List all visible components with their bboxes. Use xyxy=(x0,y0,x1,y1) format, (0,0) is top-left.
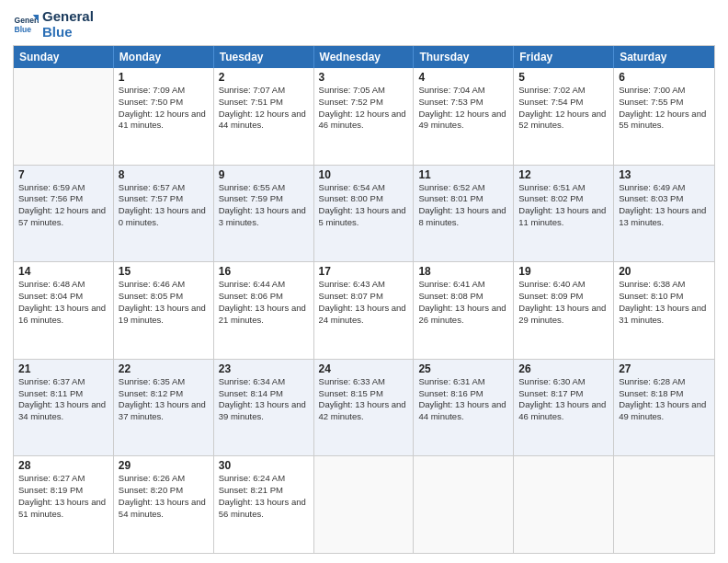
calendar-day-5: 5Sunrise: 7:02 AMSunset: 7:54 PMDaylight… xyxy=(514,68,614,165)
day-number: 22 xyxy=(119,362,209,375)
day-info: Sunrise: 7:05 AMSunset: 7:52 PMDaylight:… xyxy=(319,85,409,132)
calendar-day-15: 15Sunrise: 6:46 AMSunset: 8:05 PMDayligh… xyxy=(114,262,214,359)
day-info: Sunrise: 6:49 AMSunset: 8:03 PMDaylight:… xyxy=(619,182,710,229)
calendar-day-27: 27Sunrise: 6:28 AMSunset: 8:18 PMDayligh… xyxy=(614,360,714,456)
calendar-day-26: 26Sunrise: 6:30 AMSunset: 8:17 PMDayligh… xyxy=(514,360,614,456)
logo: General Blue General Blue xyxy=(13,9,94,40)
day-info: Sunrise: 6:34 AMSunset: 8:14 PMDaylight:… xyxy=(219,376,309,423)
day-number: 23 xyxy=(219,362,309,375)
day-info: Sunrise: 6:30 AMSunset: 8:17 PMDaylight:… xyxy=(518,376,609,423)
day-info: Sunrise: 6:44 AMSunset: 8:06 PMDaylight:… xyxy=(219,279,309,326)
day-number: 14 xyxy=(18,265,108,278)
calendar-week-1: 1Sunrise: 7:09 AMSunset: 7:50 PMDaylight… xyxy=(14,68,714,166)
day-info: Sunrise: 7:00 AMSunset: 7:55 PMDaylight:… xyxy=(619,85,710,132)
calendar-day-13: 13Sunrise: 6:49 AMSunset: 8:03 PMDayligh… xyxy=(614,166,714,262)
empty-cell xyxy=(614,456,714,553)
calendar: SundayMondayTuesdayWednesdayThursdayFrid… xyxy=(13,45,715,554)
calendar-day-7: 7Sunrise: 6:59 AMSunset: 7:56 PMDaylight… xyxy=(14,166,114,262)
svg-text:General: General xyxy=(15,16,39,25)
day-info: Sunrise: 6:38 AMSunset: 8:10 PMDaylight:… xyxy=(619,279,710,326)
day-number: 13 xyxy=(619,168,710,181)
day-number: 2 xyxy=(219,71,309,84)
day-number: 3 xyxy=(319,71,409,84)
day-number: 24 xyxy=(319,362,409,375)
day-info: Sunrise: 7:07 AMSunset: 7:51 PMDaylight:… xyxy=(219,85,309,132)
empty-cell xyxy=(414,456,514,553)
day-number: 10 xyxy=(319,168,409,181)
calendar-body: 1Sunrise: 7:09 AMSunset: 7:50 PMDaylight… xyxy=(14,68,714,553)
day-number: 6 xyxy=(619,71,710,84)
calendar-day-17: 17Sunrise: 6:43 AMSunset: 8:07 PMDayligh… xyxy=(314,262,415,359)
day-number: 21 xyxy=(18,362,108,375)
day-info: Sunrise: 7:09 AMSunset: 7:50 PMDaylight:… xyxy=(119,85,209,132)
calendar-day-9: 9Sunrise: 6:55 AMSunset: 7:59 PMDaylight… xyxy=(214,166,314,262)
day-number: 7 xyxy=(18,168,108,181)
calendar-day-1: 1Sunrise: 7:09 AMSunset: 7:50 PMDaylight… xyxy=(114,68,214,165)
calendar-day-6: 6Sunrise: 7:00 AMSunset: 7:55 PMDaylight… xyxy=(614,68,714,165)
day-number: 4 xyxy=(418,71,508,84)
day-info: Sunrise: 6:51 AMSunset: 8:02 PMDaylight:… xyxy=(518,182,609,229)
day-info: Sunrise: 6:26 AMSunset: 8:20 PMDaylight:… xyxy=(119,473,209,520)
calendar-day-29: 29Sunrise: 6:26 AMSunset: 8:20 PMDayligh… xyxy=(114,456,214,553)
day-header-wednesday: Wednesday xyxy=(314,46,415,68)
day-number: 19 xyxy=(518,265,609,278)
day-number: 12 xyxy=(518,168,609,181)
calendar-day-16: 16Sunrise: 6:44 AMSunset: 8:06 PMDayligh… xyxy=(214,262,314,359)
day-header-monday: Monday xyxy=(114,46,214,68)
calendar-day-24: 24Sunrise: 6:33 AMSunset: 8:15 PMDayligh… xyxy=(314,360,415,456)
day-info: Sunrise: 6:43 AMSunset: 8:07 PMDaylight:… xyxy=(319,279,409,326)
calendar-day-10: 10Sunrise: 6:54 AMSunset: 8:00 PMDayligh… xyxy=(314,166,415,262)
day-info: Sunrise: 6:37 AMSunset: 8:11 PMDaylight:… xyxy=(18,376,108,423)
day-number: 20 xyxy=(619,265,710,278)
day-info: Sunrise: 6:54 AMSunset: 8:00 PMDaylight:… xyxy=(319,182,409,229)
calendar-day-21: 21Sunrise: 6:37 AMSunset: 8:11 PMDayligh… xyxy=(14,360,114,456)
day-number: 1 xyxy=(119,71,209,84)
day-header-sunday: Sunday xyxy=(14,46,114,68)
logo-text: General Blue xyxy=(42,9,94,40)
calendar-day-19: 19Sunrise: 6:40 AMSunset: 8:09 PMDayligh… xyxy=(514,262,614,359)
day-info: Sunrise: 6:27 AMSunset: 8:19 PMDaylight:… xyxy=(18,473,108,520)
calendar-day-2: 2Sunrise: 7:07 AMSunset: 7:51 PMDaylight… xyxy=(214,68,314,165)
calendar-week-4: 21Sunrise: 6:37 AMSunset: 8:11 PMDayligh… xyxy=(14,360,714,457)
day-info: Sunrise: 7:04 AMSunset: 7:53 PMDaylight:… xyxy=(418,85,508,132)
calendar-week-5: 28Sunrise: 6:27 AMSunset: 8:19 PMDayligh… xyxy=(14,456,714,553)
day-info: Sunrise: 6:55 AMSunset: 7:59 PMDaylight:… xyxy=(219,182,309,229)
calendar-day-25: 25Sunrise: 6:31 AMSunset: 8:16 PMDayligh… xyxy=(414,360,514,456)
day-number: 9 xyxy=(219,168,309,181)
day-info: Sunrise: 6:52 AMSunset: 8:01 PMDaylight:… xyxy=(418,182,508,229)
day-number: 27 xyxy=(619,362,710,375)
day-info: Sunrise: 6:48 AMSunset: 8:04 PMDaylight:… xyxy=(18,279,108,326)
day-number: 28 xyxy=(18,459,108,472)
day-info: Sunrise: 6:57 AMSunset: 7:57 PMDaylight:… xyxy=(119,182,209,229)
calendar-day-28: 28Sunrise: 6:27 AMSunset: 8:19 PMDayligh… xyxy=(14,456,114,553)
calendar-header: SundayMondayTuesdayWednesdayThursdayFrid… xyxy=(14,46,714,68)
day-number: 11 xyxy=(418,168,508,181)
calendar-day-14: 14Sunrise: 6:48 AMSunset: 8:04 PMDayligh… xyxy=(14,262,114,359)
day-info: Sunrise: 6:31 AMSunset: 8:16 PMDaylight:… xyxy=(418,376,508,423)
calendar-day-12: 12Sunrise: 6:51 AMSunset: 8:02 PMDayligh… xyxy=(514,166,614,262)
day-info: Sunrise: 6:28 AMSunset: 8:18 PMDaylight:… xyxy=(619,376,710,423)
empty-cell xyxy=(314,456,415,553)
calendar-day-22: 22Sunrise: 6:35 AMSunset: 8:12 PMDayligh… xyxy=(114,360,214,456)
day-info: Sunrise: 6:24 AMSunset: 8:21 PMDaylight:… xyxy=(219,473,309,520)
calendar-day-8: 8Sunrise: 6:57 AMSunset: 7:57 PMDaylight… xyxy=(114,166,214,262)
calendar-week-2: 7Sunrise: 6:59 AMSunset: 7:56 PMDaylight… xyxy=(14,166,714,263)
day-header-thursday: Thursday xyxy=(414,46,514,68)
day-number: 29 xyxy=(119,459,209,472)
day-info: Sunrise: 6:33 AMSunset: 8:15 PMDaylight:… xyxy=(319,376,409,423)
calendar-day-11: 11Sunrise: 6:52 AMSunset: 8:01 PMDayligh… xyxy=(414,166,514,262)
empty-cell xyxy=(514,456,614,553)
day-info: Sunrise: 6:41 AMSunset: 8:08 PMDaylight:… xyxy=(418,279,508,326)
day-info: Sunrise: 7:02 AMSunset: 7:54 PMDaylight:… xyxy=(518,85,609,132)
day-number: 30 xyxy=(219,459,309,472)
day-info: Sunrise: 6:40 AMSunset: 8:09 PMDaylight:… xyxy=(518,279,609,326)
day-number: 18 xyxy=(418,265,508,278)
day-info: Sunrise: 6:59 AMSunset: 7:56 PMDaylight:… xyxy=(18,182,108,229)
day-number: 26 xyxy=(518,362,609,375)
svg-text:Blue: Blue xyxy=(15,24,32,33)
day-number: 25 xyxy=(418,362,508,375)
calendar-day-4: 4Sunrise: 7:04 AMSunset: 7:53 PMDaylight… xyxy=(414,68,514,165)
day-number: 16 xyxy=(219,265,309,278)
day-info: Sunrise: 6:35 AMSunset: 8:12 PMDaylight:… xyxy=(119,376,209,423)
day-number: 17 xyxy=(319,265,409,278)
